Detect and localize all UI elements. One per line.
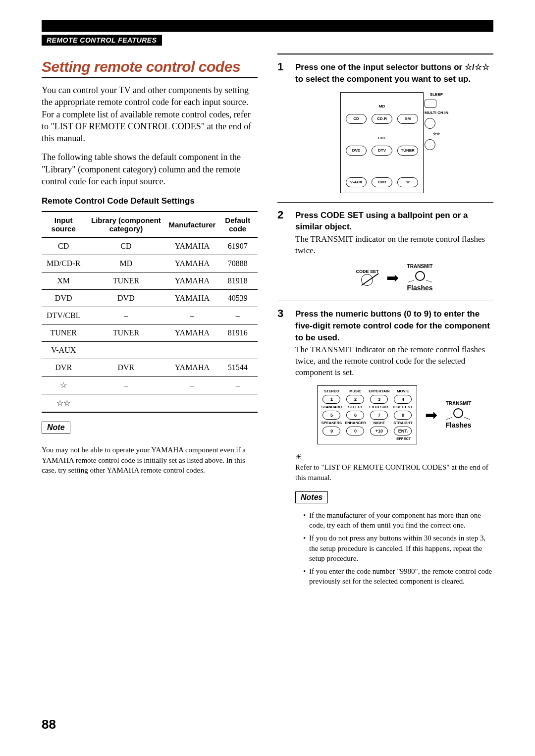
flashes-label: Flashes: [445, 421, 471, 429]
table-row: CDCDYAMAHA61907: [42, 237, 258, 255]
notes-label: Notes: [295, 491, 328, 503]
numpad-button: ENT.: [394, 427, 412, 435]
table-row: MD/CD-RMDYAMAHA70888: [42, 255, 258, 272]
table-row: ☆☆–––: [42, 394, 258, 413]
hint-icon: ☀: [295, 452, 302, 461]
selector-button: CD-R: [372, 114, 392, 124]
numpad-button: +10: [370, 427, 388, 435]
numpad-button: 6: [346, 411, 364, 420]
th-input: Input source: [42, 212, 85, 237]
stars-button: [425, 139, 435, 150]
th-library: Library (component category): [85, 212, 166, 237]
intro-paragraph-2: The following table shows the default co…: [42, 151, 258, 187]
step-2: 2 Press CODE SET using a ballpoint pen o…: [277, 210, 493, 301]
table-row: DVRDVRYAMAHA51544: [42, 359, 258, 377]
selector-button: TUNER: [397, 146, 418, 156]
step-num-2: 2: [277, 210, 288, 294]
numpad-button: 2: [346, 395, 364, 404]
th-default: Default code: [217, 212, 258, 237]
step-text-2: The TRANSMIT indicator on the remote con…: [295, 234, 493, 257]
table-row: DTV/CBL–––: [42, 307, 258, 324]
arrow-icon: ➡: [386, 270, 399, 285]
table-row: ☆–––: [42, 377, 258, 394]
table-row: XMTUNERYAMAHA81918: [42, 272, 258, 290]
note-text: You may not be able to operate your YAMA…: [42, 445, 258, 475]
code-table: Input source Library (component category…: [42, 211, 258, 413]
table-row: TUNERTUNERYAMAHA81916: [42, 324, 258, 342]
th-manufacturer: Manufacturer: [166, 212, 217, 237]
step-num-1: 1: [277, 61, 288, 195]
step-text-3: The TRANSMIT indicator on the remote con…: [295, 344, 493, 378]
intro-paragraph-1: You can control your TV and other compon…: [42, 84, 258, 144]
selector-button: DTV: [372, 146, 392, 156]
numpad-button: 8: [394, 411, 412, 420]
numpad-button: 7: [370, 411, 388, 420]
numpad-button: 3: [370, 395, 388, 404]
note-label: Note: [42, 422, 70, 433]
list-item: If the manufacturer of your component ha…: [303, 510, 493, 531]
transmit-indicator: TRANSMIT: [407, 264, 432, 281]
page-title: Setting remote control codes: [42, 58, 258, 78]
sleep-button: [425, 100, 436, 108]
selector-button: XM: [397, 114, 418, 124]
selector-button: DVD: [346, 146, 367, 156]
step-title-3: Press the numeric buttons (0 to 9) to en…: [295, 308, 493, 343]
table-title: Remote Control Code Default Settings: [42, 196, 258, 206]
multi-ch-button: [425, 118, 435, 129]
numpad-diagram: STEREOMUSICENTERTAINMOVIE1234STANDARDSEL…: [317, 385, 417, 444]
selector-button: CD: [346, 114, 367, 124]
notes-list: If the manufacturer of your component ha…: [295, 510, 493, 587]
step-1: 1 Press one of the input selector button…: [277, 61, 493, 203]
selector-button: ☆: [397, 177, 418, 187]
page-number: 88: [42, 717, 56, 732]
numpad-button: 5: [322, 411, 340, 420]
numpad-button: 4: [394, 395, 412, 404]
selector-button: V-AUX: [346, 177, 367, 187]
selector-button: DVR: [372, 177, 392, 187]
step-title-1: Press one of the input selector buttons …: [295, 61, 493, 85]
numpad-button: 9: [322, 427, 340, 435]
flashes-label: Flashes: [407, 284, 432, 292]
list-item: If you enter the code number "9980", the…: [303, 566, 493, 587]
effect-label: EFFECT: [321, 436, 414, 441]
selector-side: SLEEP MULTI CH IN ☆☆: [425, 92, 448, 150]
arrow-icon: ➡: [425, 408, 437, 423]
list-item: If you do not press any buttons within 3…: [303, 533, 493, 563]
numpad-button: 1: [322, 395, 340, 404]
selector-diagram: MDCDCD-RXMCBLDVDDTVTUNERV-AUXDVR☆: [340, 92, 424, 193]
codeset-diagram: CODE SET: [356, 269, 378, 287]
hint-text: Refer to "LIST OF REMOTE CONTROL CODES" …: [295, 462, 493, 483]
step-num-3: 3: [277, 308, 288, 589]
numpad-button: 0: [346, 427, 364, 435]
section-label: REMOTE CONTROL FEATURES: [42, 35, 162, 46]
transmit-indicator: TRANSMIT: [445, 401, 471, 418]
table-row: V-AUX–––: [42, 342, 258, 359]
table-row: DVDDVDYAMAHA40539: [42, 290, 258, 307]
step-title-2: Press CODE SET using a ballpoint pen or …: [295, 210, 493, 233]
step-3: 3 Press the numeric buttons (0 to 9) to …: [277, 308, 493, 596]
